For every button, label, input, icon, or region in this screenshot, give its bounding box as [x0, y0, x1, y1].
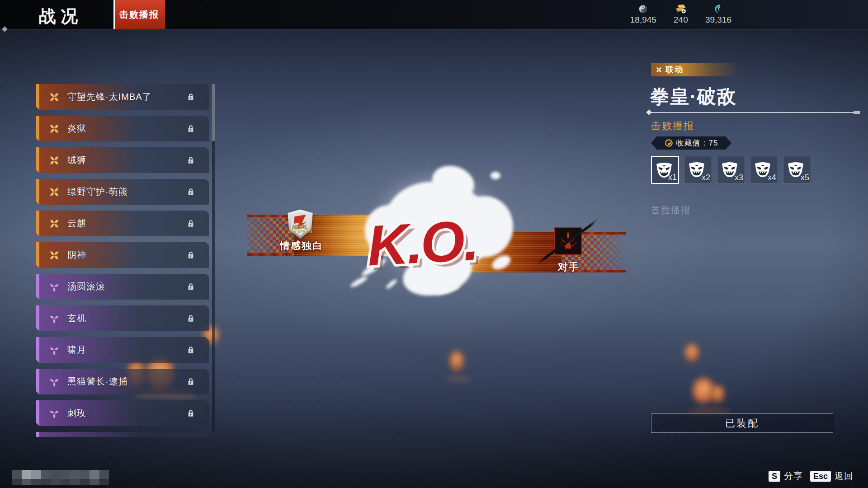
sidebar-item-label: 炎狱	[67, 122, 86, 135]
badge-text-top: NBPL	[285, 223, 316, 230]
equipped-button-label: 已装配	[725, 417, 759, 430]
sidebar-item-label: 守望先锋·太IMBA了	[67, 91, 152, 103]
sidebar-item-label: 黑猫警长·逮捕	[67, 375, 128, 388]
mask-broadcast-tile-3[interactable]: x3	[717, 156, 745, 184]
lock-icon	[185, 408, 196, 419]
divider-end-nub	[854, 111, 860, 114]
tier-accent-bar	[36, 369, 39, 394]
mask-broadcast-tile-1[interactable]: x1	[651, 156, 679, 184]
tier-accent-bar	[36, 84, 39, 110]
lantern-glow	[685, 343, 698, 362]
currency-gold-ingot[interactable]: 240	[668, 4, 693, 25]
purple-trillium-icon	[48, 407, 61, 420]
sidebar-item-label: 绿野守护·萌熊	[67, 186, 128, 198]
sidebar-item-1[interactable]: 守望先锋·太IMBA了	[36, 84, 209, 110]
lantern-glow	[450, 351, 463, 371]
currency-value: 240	[674, 15, 688, 25]
share-hint[interactable]: S 分享	[769, 470, 803, 482]
gold-shuriken-icon	[48, 186, 61, 198]
sidebar-item-label: 绒狮	[67, 154, 86, 166]
panel-divider	[649, 112, 860, 113]
lock-icon	[185, 250, 196, 261]
tier-accent-bar	[36, 211, 39, 236]
lock-icon	[185, 282, 196, 292]
sidebar-item-label: 啸月	[67, 344, 86, 356]
svg-text:K.O.: K.O.	[366, 208, 479, 278]
scrollbar-thumb[interactable]	[212, 84, 215, 141]
currency-jade-spiral[interactable]: 39,316	[705, 4, 731, 25]
lock-icon	[185, 123, 196, 134]
lock-icon	[185, 218, 196, 229]
tier-accent-bar	[36, 179, 39, 205]
sidebar-item-label: 玄机	[67, 312, 86, 324]
badge-text-bottom: 2023 SPRING	[285, 230, 316, 233]
gold-ingot-icon	[675, 4, 687, 14]
currency-group: 18,945 240 39,316	[630, 4, 731, 25]
mask-count-label: x3	[735, 173, 743, 183]
purple-trillium-icon	[48, 281, 61, 293]
top-bar: 战况 击败播报 18,945 240 39,316	[0, 0, 868, 29]
lantern-reflection	[445, 376, 472, 384]
gold-shuriken-icon	[48, 217, 61, 230]
purple-trillium-icon	[48, 312, 61, 325]
sidebar-item-label: 刺玫	[67, 407, 86, 419]
share-label: 分享	[784, 470, 803, 482]
ko-text: K.O. K.O.	[351, 185, 551, 294]
opponent-name: 对手	[551, 260, 587, 274]
tier-accent-bar	[36, 242, 39, 268]
sidebar-item-5[interactable]: 云麒	[36, 211, 209, 236]
list-scrollbar[interactable]	[212, 84, 215, 432]
collab-badge: 联动	[651, 63, 737, 76]
share-keycap: S	[769, 471, 780, 482]
item-title: 拳皇·破敌	[650, 84, 737, 109]
sidebar-item-3[interactable]: 绒狮	[36, 147, 209, 173]
sidebar-item-label: 阴神	[67, 249, 86, 261]
tier-accent-bar	[36, 337, 39, 363]
currency-yinyang-coin[interactable]: 18,945	[630, 4, 656, 25]
gold-shuriken-icon	[48, 154, 61, 167]
equipped-button[interactable]: 已装配	[651, 413, 833, 433]
mask-count-label: x2	[702, 173, 710, 183]
sidebar-item-label: 云麒	[67, 217, 86, 230]
tier-accent-bar	[36, 432, 39, 437]
sidebar-item-label: 汤圆滚滚	[67, 281, 105, 293]
broadcast-list: 守望先锋·太IMBA了 炎狱 绒狮 绿野守护·萌熊 云麒 阴神 汤圆滚滚 玄机 …	[36, 84, 209, 426]
lock-icon	[185, 376, 196, 387]
yinyang-coin-icon	[637, 4, 649, 14]
tier-accent-bar	[36, 147, 39, 173]
page-title: 战况	[39, 5, 82, 28]
mask-count-label: x4	[768, 173, 776, 183]
gold-shuriken-icon	[48, 249, 61, 262]
sidebar-item-8[interactable]: 玄机	[36, 305, 209, 331]
sidebar-item-6[interactable]: 阴神	[36, 242, 209, 268]
tab-defeat-broadcast[interactable]: 击败播报	[113, 0, 165, 29]
nbpl-team-badge: NBPL 2023 SPRING	[285, 209, 316, 239]
collection-value-badge: 收藏值：75	[651, 136, 731, 150]
tab-label: 击败播报	[119, 9, 159, 21]
first-win-broadcast-label: 首胜播报	[651, 204, 691, 216]
lock-icon	[185, 187, 196, 197]
sidebar-item-9[interactable]: 啸月	[36, 337, 209, 363]
purple-trillium-icon	[48, 375, 61, 388]
sidebar-item-10[interactable]: 黑猫警长·逮捕	[36, 369, 209, 394]
jade-spiral-icon	[712, 4, 724, 14]
sidebar-item-2[interactable]: 炎狱	[36, 116, 209, 141]
sidebar-item-11[interactable]: 刺玫	[36, 400, 209, 426]
mask-broadcast-tile-2[interactable]: x2	[684, 156, 712, 184]
mask-broadcast-tile-4[interactable]: x4	[750, 156, 778, 184]
censored-player-name	[12, 470, 109, 485]
divider-diamond-icon	[646, 109, 652, 115]
back-keycap: Esc	[810, 471, 831, 482]
collection-value-text: 收藏值：75	[676, 138, 718, 148]
sidebar-item-4[interactable]: 绿野守护·萌熊	[36, 179, 209, 205]
sidebar-item-12-partial[interactable]	[36, 432, 209, 437]
tier-accent-bar	[36, 400, 39, 426]
mask-broadcast-tile-5[interactable]: x5	[783, 156, 811, 184]
battle-report-screen: 战况 击败播报 18,945 240 39,316 守望先锋·太IMBA了 炎狱…	[0, 0, 868, 488]
tier-accent-bar	[36, 274, 39, 300]
lock-icon	[185, 345, 196, 356]
lock-icon	[185, 92, 196, 103]
tier-accent-bar	[36, 305, 39, 331]
sidebar-item-7[interactable]: 汤圆滚滚	[36, 274, 209, 300]
back-hint[interactable]: Esc 返回	[810, 470, 854, 482]
